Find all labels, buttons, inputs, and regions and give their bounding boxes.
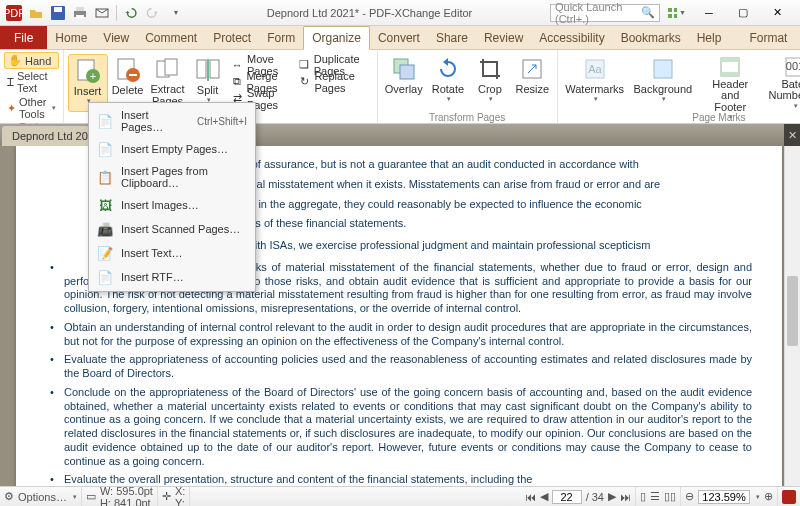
svg-rect-30 [721, 72, 739, 76]
status-bar: ⚙Options…▾ ▭W: 595.0ptH: 841.0pt ✛X:Y: ⏮… [0, 486, 800, 506]
menu-bar: File Home View Comment Protect Form Orga… [0, 26, 800, 50]
window-title: Depnord Ltd 2021* - PDF-XChange Editor [189, 7, 550, 19]
image-icon: 🖼 [97, 197, 113, 213]
svg-text:Aa: Aa [588, 63, 602, 75]
hand-tool[interactable]: ✋Hand [4, 52, 59, 69]
svg-rect-23 [400, 65, 414, 79]
hand-icon: ✋ [8, 54, 22, 67]
header-footer-button[interactable]: Header andFooter▾ [698, 53, 763, 111]
list-item: Evaluate the appropriateness of accounti… [46, 353, 752, 381]
layout-single-icon[interactable]: ▯ [640, 490, 646, 503]
list-item: Obtain an understanding of internal cont… [46, 321, 752, 349]
insert-pages-item[interactable]: 📄Insert Pages…Ctrl+Shift+I [91, 105, 253, 137]
print-icon[interactable] [70, 3, 90, 23]
select-text-tool[interactable]: ᏆSelect Text [4, 69, 59, 95]
last-page-button[interactable]: ⏭ [620, 491, 631, 503]
watermarks-button[interactable]: AaWatermarks▾ [562, 53, 628, 111]
options-button[interactable]: ⚙Options…▾ [0, 487, 82, 506]
tab-close-button[interactable]: ✕ [784, 124, 800, 146]
rotate-button[interactable]: Rotate▾ [428, 53, 468, 111]
prev-page-button[interactable]: ◀ [540, 490, 548, 503]
background-button[interactable]: Background▾ [630, 53, 696, 111]
layout-cont-icon[interactable]: ☰ [650, 490, 660, 503]
undo-icon[interactable] [121, 3, 141, 23]
tab-format[interactable]: Format [741, 26, 795, 49]
bates-button[interactable]: 001BatesNumbering▾ [765, 53, 800, 111]
ui-options-icon[interactable]: ▼ [666, 3, 686, 23]
layout-facing-icon[interactable]: ▯▯ [664, 490, 676, 503]
qat-dropdown-icon[interactable]: ▼ [165, 3, 185, 23]
redo-icon[interactable] [143, 3, 163, 23]
zoom-out-button[interactable]: ⊖ [685, 490, 694, 503]
size-icon: ▭ [86, 490, 96, 503]
scroll-thumb[interactable] [787, 276, 798, 346]
insert-icon: + [74, 57, 102, 85]
tab-share[interactable]: Share [428, 26, 476, 49]
svg-rect-8 [668, 8, 672, 12]
insert-empty-item[interactable]: 📄Insert Empty Pages… [91, 137, 253, 161]
zoom-controls: ⊖ ▾ ⊕ [681, 487, 778, 506]
quick-launch-input[interactable]: Quick Launch (Ctrl+.)🔍 [550, 4, 660, 22]
email-icon[interactable] [92, 3, 112, 23]
insert-text-item[interactable]: 📝Insert Text… [91, 241, 253, 265]
tab-view[interactable]: View [95, 26, 137, 49]
tab-home[interactable]: Home [47, 26, 95, 49]
svg-rect-11 [674, 14, 677, 18]
extract-icon [154, 56, 182, 84]
tab-organize[interactable]: Organize [303, 26, 370, 50]
svg-rect-10 [668, 14, 672, 18]
save-icon[interactable] [48, 3, 68, 23]
tab-form[interactable]: Form [259, 26, 303, 49]
tab-convert[interactable]: Convert [370, 26, 428, 49]
zoom-input[interactable] [698, 490, 750, 504]
vertical-scrollbar[interactable] [784, 146, 800, 486]
next-page-button[interactable]: ▶ [608, 490, 616, 503]
delete-icon [114, 56, 142, 84]
scanner-icon: 📠 [97, 221, 113, 237]
insert-dropdown: 📄Insert Pages…Ctrl+Shift+I 📄Insert Empty… [88, 102, 256, 292]
insert-rtf-item[interactable]: 📄Insert RTF… [91, 265, 253, 289]
app-icon[interactable]: PDF [4, 3, 24, 23]
resize-icon [518, 55, 546, 83]
tab-accessibility[interactable]: Accessibility [531, 26, 612, 49]
list-item: Conclude on the appropriateness of the B… [46, 386, 752, 469]
tab-bookmarks[interactable]: Bookmarks [613, 26, 689, 49]
quick-access-toolbar: PDF ▼ [0, 3, 189, 23]
insert-images-item[interactable]: 🖼Insert Images… [91, 193, 253, 217]
open-icon[interactable] [26, 3, 46, 23]
title-right: Quick Launch (Ctrl+.)🔍 ▼ ─ ▢ ✕ [550, 2, 800, 24]
tab-review[interactable]: Review [476, 26, 531, 49]
svg-rect-9 [674, 8, 677, 12]
find-button[interactable]: 🔎Find… [795, 29, 800, 46]
close-button[interactable]: ✕ [760, 2, 794, 24]
tab-comment[interactable]: Comment [137, 26, 205, 49]
replace-pages-button[interactable]: ↻Replace Pages [295, 73, 373, 90]
layout-buttons: ▯ ☰ ▯▯ [636, 487, 681, 506]
tools-icon: ✦ [7, 102, 16, 115]
svg-rect-19 [165, 59, 177, 75]
first-page-button[interactable]: ⏮ [525, 491, 536, 503]
other-tools[interactable]: ✦Other Tools▾ [4, 95, 59, 121]
file-menu[interactable]: File [0, 26, 47, 49]
zoom-in-button[interactable]: ⊕ [764, 490, 773, 503]
page-input[interactable] [552, 490, 582, 504]
maximize-button[interactable]: ▢ [726, 2, 760, 24]
rotate-icon [434, 55, 462, 83]
svg-text:+: + [89, 70, 95, 82]
insert-scanned-item[interactable]: 📠Insert Scanned Pages… [91, 217, 253, 241]
zoom-dropdown[interactable]: ▾ [756, 493, 760, 501]
tab-help[interactable]: Help [689, 26, 730, 49]
resize-button[interactable]: Resize [512, 53, 553, 111]
overlay-button[interactable]: Overlay [382, 53, 426, 111]
insert-clipboard-item[interactable]: 📋Insert Pages from Clipboard… [91, 161, 253, 193]
clipboard-icon: 📋 [97, 169, 113, 185]
fullscreen-button[interactable] [778, 487, 800, 506]
crop-button[interactable]: Crop▾ [470, 53, 510, 111]
move-icon: ↔ [232, 57, 243, 73]
duplicate-icon: ❏ [299, 57, 310, 73]
text-icon: 📝 [97, 245, 113, 261]
tab-protect[interactable]: Protect [205, 26, 259, 49]
crosshair-icon: ✛ [162, 490, 171, 503]
svg-rect-3 [54, 7, 62, 12]
minimize-button[interactable]: ─ [692, 2, 726, 24]
